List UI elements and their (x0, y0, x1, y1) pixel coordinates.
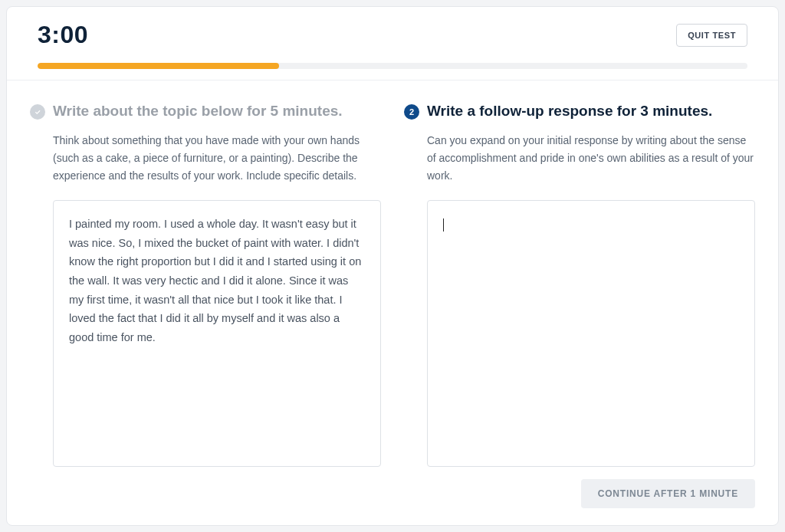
task-1-column: Write about the topic below for 5 minute… (30, 102, 381, 467)
progress-fill (38, 63, 279, 69)
quit-test-button[interactable]: QUIT TEST (676, 24, 747, 47)
header: 3:00 QUIT TEST (7, 7, 778, 49)
test-card: 3:00 QUIT TEST Write about the topic bel… (6, 6, 779, 526)
task-2-column: 2 Write a follow-up response for 3 minut… (404, 102, 755, 467)
step-number-badge: 2 (404, 104, 419, 120)
body: Write about the topic below for 5 minute… (7, 80, 778, 467)
progress-bar (7, 49, 778, 80)
progress-track (38, 63, 747, 69)
task-2-header: 2 Write a follow-up response for 3 minut… (404, 102, 755, 121)
task-2-input[interactable] (427, 200, 755, 467)
timer: 3:00 (38, 21, 88, 49)
task-2-title: Write a follow-up response for 3 minutes… (427, 102, 712, 121)
footer: CONTINUE AFTER 1 MINUTE (7, 467, 778, 525)
task-2-description: Can you expand on your initial response … (427, 132, 755, 185)
text-cursor-icon (443, 218, 444, 232)
check-circle-icon (30, 104, 45, 120)
task-1-title: Write about the topic below for 5 minute… (53, 102, 343, 121)
task-1-description: Think about something that you have made… (53, 132, 381, 185)
task-1-header: Write about the topic below for 5 minute… (30, 102, 381, 121)
continue-button[interactable]: CONTINUE AFTER 1 MINUTE (581, 479, 755, 508)
task-1-response (53, 200, 381, 467)
